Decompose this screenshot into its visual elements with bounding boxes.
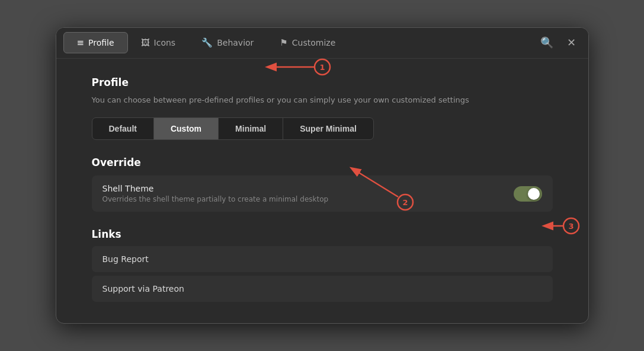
settings-window: ≡ Profile 🖼 Icons 🔧 Behavior ⚑ Customize…	[56, 27, 589, 324]
content-area: Profile You can choose between pre-defin…	[56, 59, 588, 324]
tab-customize-label: Customize	[292, 38, 336, 47]
link-bug-report[interactable]: Bug Report	[92, 246, 553, 272]
close-button[interactable]: ✕	[562, 33, 581, 52]
customize-icon: ⚑	[280, 37, 287, 48]
tab-behavior[interactable]: 🔧 Behavior	[188, 33, 267, 53]
profile-tabs: Default Custom Minimal Super Minimal	[92, 117, 374, 140]
search-button[interactable]: 🔍	[537, 33, 556, 52]
toggle-track	[514, 186, 542, 202]
shell-theme-toggle[interactable]	[514, 186, 542, 202]
shell-theme-name: Shell Theme	[102, 184, 329, 193]
profile-tab-default[interactable]: Default	[92, 118, 153, 139]
profile-tab-minimal[interactable]: Minimal	[218, 118, 283, 139]
profile-icon: ≡	[77, 37, 85, 48]
shell-theme-row: Shell Theme Overrides the shell theme pa…	[92, 176, 553, 212]
tab-icons[interactable]: 🖼 Icons	[128, 33, 189, 53]
shell-theme-info: Shell Theme Overrides the shell theme pa…	[102, 184, 329, 203]
profile-section-title: Profile	[92, 76, 553, 88]
tab-behavior-label: Behavior	[217, 38, 254, 47]
links-section-title: Links	[92, 228, 553, 240]
search-icon: 🔍	[540, 36, 553, 49]
override-section: Override Shell Theme Overrides the shell…	[92, 157, 553, 212]
close-icon: ✕	[567, 36, 576, 49]
titlebar-actions: 🔍 ✕	[537, 33, 581, 52]
tab-icons-label: Icons	[154, 38, 176, 47]
profile-section-desc: You can choose between pre-defined profi…	[92, 94, 553, 106]
links-section: Links Bug Report Support via Patreon	[92, 228, 553, 302]
titlebar: ≡ Profile 🖼 Icons 🔧 Behavior ⚑ Customize…	[56, 28, 588, 59]
profile-tab-custom[interactable]: Custom	[153, 118, 218, 139]
link-patreon[interactable]: Support via Patreon	[92, 276, 553, 302]
tab-profile-label: Profile	[88, 38, 114, 47]
tab-profile[interactable]: ≡ Profile	[63, 32, 128, 53]
override-section-title: Override	[92, 157, 553, 168]
toggle-thumb	[528, 188, 540, 200]
icons-icon: 🖼	[141, 37, 150, 48]
shell-theme-desc: Overrides the shell theme partially to c…	[102, 195, 329, 203]
profile-tab-super-minimal[interactable]: Super Minimal	[283, 118, 373, 139]
behavior-icon: 🔧	[201, 37, 213, 48]
profile-section: Profile You can choose between pre-defin…	[92, 76, 553, 141]
tab-customize[interactable]: ⚑ Customize	[267, 33, 348, 53]
